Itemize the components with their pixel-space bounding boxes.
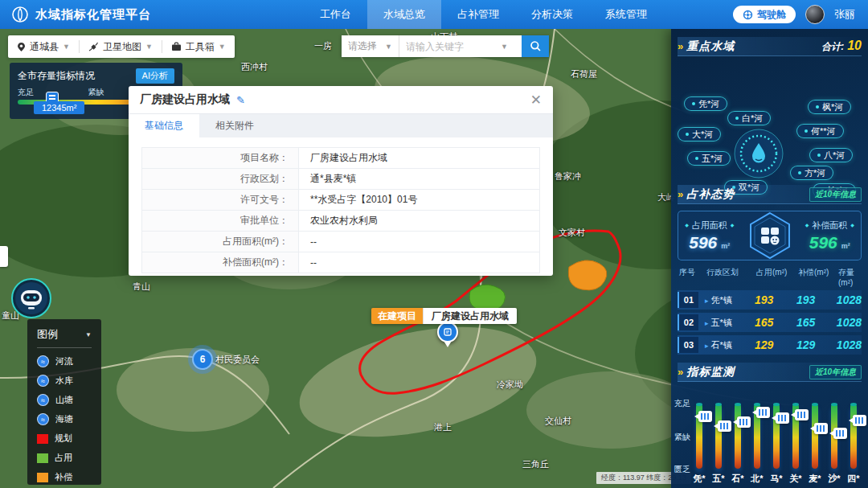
legend-item-pond[interactable]: ≈山塘 bbox=[37, 394, 92, 406]
legend-item-planning[interactable]: 规划 bbox=[37, 433, 92, 445]
total-value: 10 bbox=[847, 39, 862, 53]
ai-assistant-robot[interactable] bbox=[10, 277, 52, 319]
indicator-bar bbox=[812, 404, 818, 469]
bar-level-marker[interactable] bbox=[698, 411, 712, 422]
legend-item-compensation[interactable]: 补偿 bbox=[37, 471, 92, 483]
place-label: 冷家坳 bbox=[497, 379, 523, 391]
row-occupied: 129 bbox=[755, 338, 796, 351]
search-type-placeholder: 请选择 bbox=[348, 39, 377, 53]
project-pin[interactable] bbox=[437, 322, 460, 344]
bar-level-marker[interactable] bbox=[814, 423, 828, 434]
legend-item-occupied[interactable]: 占用 bbox=[37, 452, 92, 464]
nav-item-water-overview[interactable]: 水域总览 bbox=[367, 0, 441, 29]
search-input[interactable] bbox=[406, 41, 501, 52]
river-pill[interactable]: 方*河 bbox=[790, 166, 833, 180]
legend-label: 补偿 bbox=[55, 471, 72, 483]
river-pill[interactable]: 五*河 bbox=[687, 151, 731, 166]
nav-item-system[interactable]: 系统管理 bbox=[589, 0, 663, 29]
chevron-down-icon[interactable]: ▼ bbox=[501, 43, 508, 51]
ten-year-badge[interactable]: 近10年信息 bbox=[809, 187, 862, 202]
nav-item-balance-mgmt[interactable]: 占补管理 bbox=[441, 0, 515, 29]
x-axis-label: 石* bbox=[728, 473, 747, 485]
place-label: 鲁家冲 bbox=[555, 170, 581, 182]
user-name[interactable]: 张丽 bbox=[834, 7, 855, 22]
basemap-selector[interactable]: 卫星地图 ▼ bbox=[79, 40, 162, 53]
wheel-icon bbox=[743, 10, 753, 20]
tab-basic-info[interactable]: 基础信息 bbox=[129, 114, 199, 137]
search-type-select[interactable]: 请选择 ▼ bbox=[342, 35, 399, 57]
ten-year-badge[interactable]: 近10年信息 bbox=[809, 365, 862, 379]
river-pill[interactable]: 枫*河 bbox=[808, 100, 851, 114]
pond-icon: ≈ bbox=[37, 394, 49, 406]
x-axis-label: 麦* bbox=[805, 473, 825, 485]
legend-label: 海塘 bbox=[55, 413, 73, 425]
field-value: 厂房建设占用水域 bbox=[299, 148, 539, 168]
y-axis-label: 匮乏 bbox=[674, 464, 690, 475]
field-row: 占用面积(m²)：-- bbox=[142, 232, 539, 252]
nav-item-analysis[interactable]: 分析决策 bbox=[515, 0, 589, 29]
project-label[interactable]: 在建项目 厂房建设占用水域 bbox=[371, 308, 517, 324]
project-detail-modal: 厂房建设占用水域 ✎ ✕ 基础信息 相关附件 项目名称：厂房建设占用水域 行政区… bbox=[129, 86, 553, 276]
river-pill[interactable]: 八*河 bbox=[809, 148, 853, 162]
detail-table: 项目名称：厂房建设占用水域 行政区划：通*县麦*镇 许可文号：**水受占字【20… bbox=[141, 147, 540, 273]
edit-icon[interactable]: ✎ bbox=[236, 94, 245, 106]
river-pill[interactable]: 大*河 bbox=[678, 127, 721, 141]
table-row[interactable]: 03 石*镇 129 129 1028 bbox=[678, 335, 862, 355]
cluster-label: 村民委员会 bbox=[215, 354, 260, 366]
field-row: 许可文号：**水受占字【2010】01号 bbox=[142, 190, 539, 211]
indicator-bar bbox=[735, 404, 741, 469]
river-pill[interactable]: 何**河 bbox=[796, 124, 844, 138]
collapse-icon[interactable]: ▼ bbox=[85, 331, 92, 338]
right-dashboard: » 重点水域 合计: 10 凭*河 白*河 枫*河 大*河 何**河 五*河 八… bbox=[671, 29, 868, 488]
close-icon[interactable]: ✕ bbox=[530, 93, 542, 107]
row-stock: 1028 bbox=[837, 293, 862, 306]
y-axis-label: 紧缺 bbox=[674, 432, 690, 443]
region-selector[interactable]: 通城县 ▼ bbox=[8, 40, 79, 53]
search-button[interactable] bbox=[522, 35, 549, 57]
col-header: 补偿(m²) bbox=[798, 267, 838, 287]
chevron-down-icon: ▼ bbox=[145, 43, 153, 51]
cockpit-button[interactable]: 驾驶舱 bbox=[733, 6, 796, 23]
tab-attachments[interactable]: 相关附件 bbox=[199, 114, 270, 137]
cluster-count[interactable]: 6 bbox=[192, 349, 213, 370]
legend-item-seawall[interactable]: ≈海塘 bbox=[37, 413, 92, 425]
key-waters-zone: 凭*河 白*河 枫*河 大*河 何**河 五*河 八*河 方*河 双*河 长*河 bbox=[671, 59, 868, 185]
table-row[interactable]: 01 凭*镇 193 193 1028 bbox=[678, 290, 862, 310]
legend-label: 水库 bbox=[55, 375, 73, 387]
bar-level-marker[interactable] bbox=[853, 415, 866, 426]
section-title: 指标监测 bbox=[686, 365, 735, 379]
row-compensated: 165 bbox=[796, 316, 837, 329]
row-region: 石*镇 bbox=[705, 339, 755, 351]
table-row[interactable]: 02 五*镇 165 165 1028 bbox=[678, 313, 862, 332]
col-header: 序号 bbox=[679, 267, 706, 287]
legend-item-river[interactable]: ≈河流 bbox=[37, 355, 92, 367]
field-value: 农业农村水利局 bbox=[299, 211, 539, 231]
bar-level-marker[interactable] bbox=[718, 420, 731, 432]
bar-level-marker[interactable] bbox=[795, 409, 809, 420]
unit-label: m² bbox=[841, 242, 850, 250]
x-axis-label: 五* bbox=[709, 473, 728, 485]
legend-item-reservoir[interactable]: ≈水库 bbox=[37, 375, 92, 387]
bar-level-marker[interactable] bbox=[776, 412, 789, 424]
project-name[interactable]: 厂房建设占用水域 bbox=[423, 308, 517, 324]
bar-level-marker[interactable] bbox=[756, 407, 770, 418]
river-name: 枫*河 bbox=[822, 101, 843, 113]
ai-analysis-button[interactable]: AI分析 bbox=[136, 68, 174, 84]
river-pill[interactable]: 凭*河 bbox=[684, 96, 727, 111]
toolbox-label: 工具箱 bbox=[186, 40, 215, 54]
compensation-area-shape[interactable] bbox=[568, 260, 607, 290]
river-pill[interactable]: 白*河 bbox=[727, 111, 771, 125]
field-value: 通*县麦*镇 bbox=[299, 169, 539, 189]
compensated-area-value: 596m² bbox=[809, 233, 850, 252]
occupied-area-shape[interactable] bbox=[469, 285, 505, 310]
indicator-bar bbox=[831, 404, 837, 469]
nav-item-workbench[interactable]: 工作台 bbox=[304, 0, 367, 29]
toolbox-selector[interactable]: 工具箱 ▼ bbox=[162, 40, 235, 53]
bar-level-marker[interactable] bbox=[737, 416, 751, 428]
user-avatar[interactable] bbox=[805, 5, 825, 24]
satellite-icon bbox=[88, 42, 99, 51]
left-panel-handle[interactable] bbox=[0, 246, 8, 267]
field-row: 审批单位：农业农村水利局 bbox=[142, 211, 539, 232]
bar-level-marker[interactable] bbox=[833, 428, 847, 439]
x-axis-label: 沙* bbox=[825, 473, 844, 485]
